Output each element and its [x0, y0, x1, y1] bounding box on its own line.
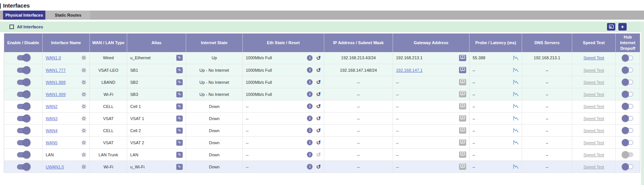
- gear-icon[interactable]: [81, 55, 86, 60]
- ping-gateway-button[interactable]: [459, 115, 466, 122]
- ping-gateway-button[interactable]: [459, 103, 466, 109]
- tab-physical-interfaces[interactable]: Physical Interfaces: [3, 11, 45, 20]
- enable-toggle[interactable]: [17, 68, 30, 73]
- interface-name-link[interactable]: WAN1.999: [46, 92, 66, 97]
- tab-static-routes[interactable]: Static Routes: [46, 11, 90, 20]
- interface-name-link[interactable]: WAN4: [46, 128, 57, 133]
- card-view-button[interactable]: [607, 23, 615, 31]
- hub-dropoff-toggle[interactable]: [622, 104, 633, 109]
- gear-icon[interactable]: [81, 164, 86, 170]
- hub-dropoff-toggle[interactable]: [622, 164, 633, 169]
- speed-test-link[interactable]: Speed Test: [584, 55, 604, 60]
- edit-alias-button[interactable]: ✎: [176, 152, 183, 158]
- edit-alias-button[interactable]: ✎: [176, 91, 183, 97]
- hub-dropoff-toggle[interactable]: [622, 80, 633, 85]
- interface-name-link[interactable]: WAN1.777: [46, 68, 66, 72]
- hub-dropoff-toggle[interactable]: [622, 140, 633, 145]
- speed-test-link[interactable]: Speed Test: [584, 92, 604, 97]
- ping-gateway-button[interactable]: [459, 67, 466, 73]
- reset-icon[interactable]: ↺: [316, 152, 321, 157]
- reset-icon[interactable]: ↺: [316, 91, 321, 97]
- edit-alias-button[interactable]: ✎: [176, 116, 183, 122]
- hub-dropoff-toggle[interactable]: [622, 128, 633, 133]
- latency-chart-icon[interactable]: [513, 68, 519, 72]
- info-icon[interactable]: i: [307, 67, 313, 73]
- speed-test-link[interactable]: Speed Test: [584, 140, 604, 145]
- enable-toggle[interactable]: [17, 92, 30, 97]
- reset-icon[interactable]: ↺: [316, 164, 321, 170]
- edit-alias-button[interactable]: ✎: [176, 103, 183, 109]
- enable-toggle[interactable]: [17, 152, 30, 157]
- latency-chart-icon[interactable]: [513, 55, 519, 60]
- reset-icon[interactable]: ↺: [316, 116, 321, 121]
- latency-chart-icon[interactable]: [513, 164, 519, 169]
- edit-alias-button[interactable]: ✎: [176, 140, 183, 146]
- latency-chart-icon[interactable]: [513, 116, 519, 121]
- vertical-scrollbar[interactable]: [641, 22, 644, 185]
- hub-dropoff-toggle[interactable]: [622, 152, 633, 157]
- ping-gateway-button[interactable]: [459, 55, 466, 61]
- reset-icon[interactable]: ↺: [316, 140, 321, 145]
- gear-icon[interactable]: [81, 128, 86, 133]
- info-icon[interactable]: i: [307, 140, 313, 145]
- speed-test-link[interactable]: Speed Test: [584, 104, 604, 109]
- ping-gateway-button[interactable]: [459, 151, 466, 158]
- gear-icon[interactable]: [81, 140, 86, 145]
- speed-test-link[interactable]: Speed Test: [584, 80, 604, 85]
- speed-test-link[interactable]: Speed Test: [584, 165, 604, 169]
- ping-gateway-button[interactable]: [459, 91, 466, 97]
- interface-name-link[interactable]: WAN5: [46, 140, 57, 145]
- interface-name-link[interactable]: WAN1.888: [46, 80, 66, 85]
- info-icon[interactable]: i: [307, 79, 313, 85]
- interface-name-link[interactable]: WAN1.0: [46, 55, 61, 60]
- latency-chart-icon[interactable]: [513, 92, 519, 97]
- info-icon[interactable]: i: [307, 55, 313, 61]
- speed-test-link[interactable]: Speed Test: [584, 68, 604, 72]
- ping-gateway-button[interactable]: [459, 127, 466, 134]
- ping-gateway-button[interactable]: [459, 79, 466, 85]
- gear-icon[interactable]: [81, 92, 86, 97]
- info-icon[interactable]: i: [307, 116, 313, 121]
- gear-icon[interactable]: [81, 116, 86, 121]
- info-icon[interactable]: i: [307, 152, 313, 157]
- latency-chart-icon[interactable]: [513, 128, 519, 133]
- enable-toggle[interactable]: [17, 128, 30, 133]
- edit-alias-button[interactable]: ✎: [176, 128, 183, 134]
- reset-icon[interactable]: ↺: [316, 67, 321, 73]
- reset-icon[interactable]: ↺: [316, 79, 321, 85]
- edit-alias-button[interactable]: ✎: [176, 67, 183, 73]
- gear-icon[interactable]: [81, 152, 86, 157]
- edit-alias-button[interactable]: ✎: [176, 55, 183, 61]
- hub-dropoff-toggle[interactable]: [622, 116, 633, 121]
- speed-test-link[interactable]: Speed Test: [584, 128, 604, 133]
- gear-icon[interactable]: [81, 80, 86, 85]
- interface-name-link[interactable]: LAN: [46, 153, 54, 157]
- add-interface-button[interactable]: +: [618, 23, 627, 31]
- ping-gateway-button[interactable]: [459, 163, 466, 170]
- hub-dropoff-toggle[interactable]: [622, 92, 633, 97]
- gear-icon[interactable]: [81, 104, 86, 109]
- interface-name-link[interactable]: WAN3: [46, 116, 57, 121]
- enable-toggle[interactable]: [17, 164, 30, 170]
- hub-dropoff-toggle[interactable]: [622, 55, 633, 60]
- enable-toggle[interactable]: [17, 116, 30, 121]
- info-icon[interactable]: i: [307, 103, 313, 109]
- latency-chart-icon[interactable]: [513, 140, 519, 145]
- speed-test-link[interactable]: Speed Test: [584, 116, 604, 121]
- interface-name-link[interactable]: UWAN1.0: [46, 165, 64, 169]
- info-icon[interactable]: i: [307, 91, 313, 97]
- all-interfaces-checkbox[interactable]: [9, 25, 14, 29]
- speed-test-link[interactable]: Speed Test: [584, 153, 604, 157]
- info-icon[interactable]: i: [307, 164, 313, 170]
- reset-icon[interactable]: ↺: [316, 103, 321, 109]
- enable-toggle[interactable]: [17, 140, 30, 145]
- hub-dropoff-toggle[interactable]: [622, 68, 633, 72]
- info-icon[interactable]: i: [307, 128, 313, 133]
- interface-name-link[interactable]: WAN2: [46, 104, 57, 109]
- reset-icon[interactable]: ↺: [316, 55, 321, 61]
- reset-icon[interactable]: ↺: [316, 128, 321, 133]
- latency-chart-icon[interactable]: [513, 80, 519, 85]
- ping-gateway-button[interactable]: [459, 139, 466, 146]
- enable-toggle[interactable]: [17, 55, 30, 60]
- enable-toggle[interactable]: [17, 104, 30, 109]
